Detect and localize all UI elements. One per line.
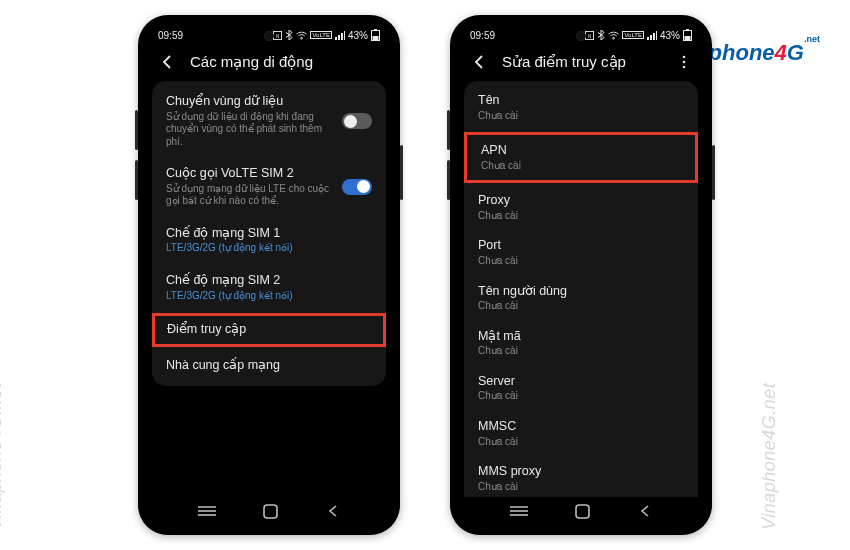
more-icon[interactable] bbox=[676, 54, 692, 70]
field-value: Chưa cài bbox=[478, 436, 684, 449]
power-button[interactable] bbox=[712, 145, 715, 200]
field-password[interactable]: Mật mã Chưa cài bbox=[464, 321, 698, 366]
nfc-icon: N bbox=[273, 31, 282, 40]
field-value: Chưa cài bbox=[478, 255, 684, 268]
field-name[interactable]: Tên Chưa cài bbox=[464, 85, 698, 130]
watermark-left: Vinaphone4G.net bbox=[0, 383, 6, 530]
wifi-icon bbox=[608, 31, 619, 40]
battery-icon bbox=[371, 29, 380, 41]
svg-text:N: N bbox=[276, 33, 279, 38]
battery-icon bbox=[683, 29, 692, 41]
svg-rect-8 bbox=[264, 505, 277, 518]
field-value: Chưa cài bbox=[478, 345, 684, 358]
setting-sub: LTE/3G/2G (tự động kết nối) bbox=[166, 242, 372, 255]
status-icons: N VoLTE 43% bbox=[585, 29, 692, 41]
header: Các mạng di động bbox=[146, 47, 392, 81]
svg-rect-20 bbox=[576, 505, 589, 518]
field-value: Chưa cài bbox=[478, 390, 684, 403]
field-label: APN bbox=[481, 143, 681, 159]
volume-down-button[interactable] bbox=[135, 160, 138, 200]
nav-bar bbox=[146, 497, 392, 529]
back-icon[interactable] bbox=[470, 53, 488, 71]
nav-home-icon[interactable] bbox=[263, 504, 278, 519]
setting-sub: Sử dụng mạng dữ liệu LTE cho cuộc gọi bấ… bbox=[166, 183, 332, 208]
setting-carrier[interactable]: Nhà cung cấp mạng bbox=[152, 349, 386, 383]
svg-text:N: N bbox=[588, 33, 591, 38]
setting-sim2[interactable]: Chế độ mạng SIM 2 LTE/3G/2G (tự động kết… bbox=[152, 264, 386, 311]
watermark-right: Vinaphone4G.net bbox=[759, 383, 780, 530]
power-button[interactable] bbox=[400, 145, 403, 200]
field-label: Tên người dùng bbox=[478, 284, 684, 300]
setting-label: Chế độ mạng SIM 2 bbox=[166, 273, 372, 289]
field-value: Chưa cài bbox=[478, 110, 684, 123]
setting-roaming[interactable]: Chuyển vùng dữ liệu Sử dụng dữ liệu di đ… bbox=[152, 85, 386, 157]
phone-left: 09:59 N VoLTE 43% Các mạng di động bbox=[138, 15, 400, 535]
header: Sửa điểm truy cập bbox=[458, 47, 704, 81]
toggle-volte[interactable] bbox=[342, 179, 372, 195]
field-value: Chưa cài bbox=[478, 300, 684, 313]
volte-icon: VoLTE bbox=[310, 31, 332, 39]
setting-label: Chế độ mạng SIM 1 bbox=[166, 226, 372, 242]
field-label: Port bbox=[478, 238, 684, 254]
battery-percent: 43% bbox=[660, 30, 680, 41]
field-mmsc[interactable]: MMSC Chưa cài bbox=[464, 411, 698, 456]
camera-hole-icon bbox=[264, 31, 274, 41]
field-user[interactable]: Tên người dùng Chưa cài bbox=[464, 276, 698, 321]
phone-container: 09:59 N VoLTE 43% Các mạng di động bbox=[0, 0, 850, 535]
setting-sub: Sử dụng dữ liệu di động khi đang chuyển … bbox=[166, 111, 332, 149]
page-title: Sửa điểm truy cập bbox=[502, 53, 662, 71]
field-apn[interactable]: APN Chưa cài bbox=[464, 132, 698, 183]
page-title: Các mạng di động bbox=[190, 53, 380, 71]
svg-point-15 bbox=[683, 61, 686, 64]
volume-up-button[interactable] bbox=[135, 110, 138, 150]
signal-icon bbox=[335, 31, 345, 40]
camera-hole-icon bbox=[576, 31, 586, 41]
status-time: 09:59 bbox=[470, 30, 495, 41]
bluetooth-icon bbox=[285, 30, 293, 40]
nav-home-icon[interactable] bbox=[575, 504, 590, 519]
field-value: Chưa cài bbox=[481, 160, 681, 173]
volte-icon: VoLTE bbox=[622, 31, 644, 39]
field-port[interactable]: Port Chưa cài bbox=[464, 230, 698, 275]
nav-back-icon[interactable] bbox=[326, 504, 340, 518]
volume-down-button[interactable] bbox=[447, 160, 450, 200]
field-value: Chưa cài bbox=[478, 210, 684, 223]
field-label: Server bbox=[478, 374, 684, 390]
nav-recent-icon[interactable] bbox=[510, 505, 528, 517]
volume-up-button[interactable] bbox=[447, 110, 450, 150]
setting-label: Chuyển vùng dữ liệu bbox=[166, 94, 332, 110]
svg-point-16 bbox=[683, 66, 686, 69]
setting-apn[interactable]: Điểm truy cập bbox=[152, 313, 386, 347]
nav-back-icon[interactable] bbox=[638, 504, 652, 518]
apn-fields-card: Tên Chưa cài APN Chưa cài Proxy Ch bbox=[464, 81, 698, 497]
field-value: Chưa cài bbox=[478, 481, 684, 494]
toggle-roaming[interactable] bbox=[342, 113, 372, 129]
setting-sim1[interactable]: Chế độ mạng SIM 1 LTE/3G/2G (tự động kết… bbox=[152, 217, 386, 264]
signal-icon bbox=[647, 31, 657, 40]
field-proxy[interactable]: Proxy Chưa cài bbox=[464, 185, 698, 230]
setting-label: Điểm truy cập bbox=[167, 322, 371, 338]
svg-rect-13 bbox=[685, 36, 691, 40]
field-server[interactable]: Server Chưa cài bbox=[464, 366, 698, 411]
nav-recent-icon[interactable] bbox=[198, 505, 216, 517]
back-icon[interactable] bbox=[158, 53, 176, 71]
status-time: 09:59 bbox=[158, 30, 183, 41]
status-icons: N VoLTE 43% bbox=[273, 29, 380, 41]
wifi-icon bbox=[296, 31, 307, 40]
settings-card: Chuyển vùng dữ liệu Sử dụng dữ liệu di đ… bbox=[152, 81, 386, 386]
setting-volte[interactable]: Cuộc gọi VoLTE SIM 2 Sử dụng mạng dữ liệ… bbox=[152, 157, 386, 217]
field-label: Tên bbox=[478, 93, 684, 109]
field-mmsproxy[interactable]: MMS proxy Chưa cài bbox=[464, 456, 698, 497]
nfc-icon: N bbox=[585, 31, 594, 40]
svg-point-14 bbox=[683, 56, 686, 59]
battery-percent: 43% bbox=[348, 30, 368, 41]
setting-sub: LTE/3G/2G (tự động kết nối) bbox=[166, 290, 372, 303]
phone-right: 09:59 N VoLTE 43% Sửa điểm truy cập bbox=[450, 15, 712, 535]
nav-bar bbox=[458, 497, 704, 529]
bluetooth-icon bbox=[597, 30, 605, 40]
screen-left: 09:59 N VoLTE 43% Các mạng di động bbox=[146, 23, 392, 529]
field-label: Proxy bbox=[478, 193, 684, 209]
setting-label: Nhà cung cấp mạng bbox=[166, 358, 372, 374]
field-label: MMSC bbox=[478, 419, 684, 435]
svg-rect-4 bbox=[373, 36, 379, 40]
